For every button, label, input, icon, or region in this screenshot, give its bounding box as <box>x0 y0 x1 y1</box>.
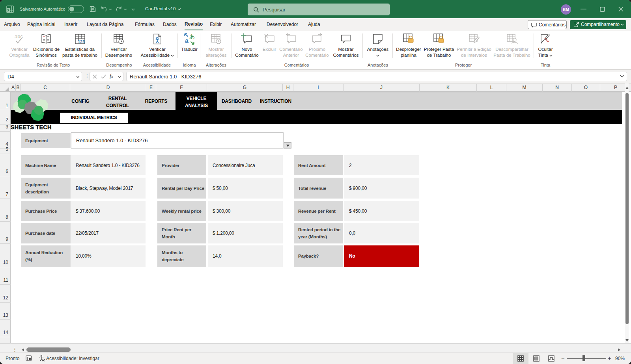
svg-text:あ: あ <box>189 33 195 39</box>
svg-text:123: 123 <box>78 39 85 44</box>
svg-text:a: a <box>185 37 189 44</box>
